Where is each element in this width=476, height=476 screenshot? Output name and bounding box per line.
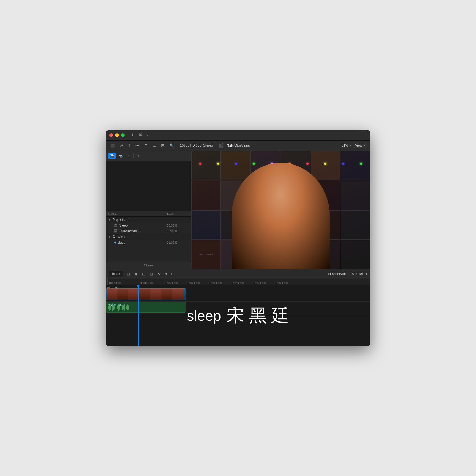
share-icon[interactable]: ↗ xyxy=(119,143,125,148)
index-tab[interactable]: Index xyxy=(109,271,123,277)
timeline-project-info: TalkAfterVideo 07:31:01 xyxy=(327,272,364,276)
timeline-tool-4[interactable]: ⊡ xyxy=(149,271,154,277)
timeline-tool-1[interactable]: ⊟ xyxy=(126,271,131,277)
search-icon[interactable]: 🔍 xyxy=(168,143,175,148)
projects-label: Projects xyxy=(112,218,124,222)
browser-icon[interactable]: 🎬 xyxy=(108,153,116,159)
projects-count: (2) xyxy=(126,218,129,221)
light-9 xyxy=(342,163,344,165)
zoom-control[interactable]: 61% ▾ xyxy=(342,144,351,147)
thumb-1 xyxy=(106,289,117,300)
video-clip[interactable] xyxy=(106,288,186,300)
project-item-sleep[interactable]: 🎬 Sleep 00:00:0 xyxy=(106,223,191,228)
clips-count: (4) xyxy=(121,235,125,238)
multicam-icon[interactable]: ⊞ xyxy=(160,143,166,148)
titles-icon[interactable]: T xyxy=(136,153,141,159)
project-icon-sleep: 🎬 xyxy=(114,224,118,227)
wave-bar xyxy=(126,303,126,311)
title-bar-controls: ⬇ ⌘ ✓ xyxy=(130,132,150,138)
library-preview-area xyxy=(106,161,191,211)
item-count: 6 items xyxy=(144,264,153,267)
clips-header[interactable]: ▼ Clips (4) xyxy=(106,234,191,240)
projects-section: ▼ Projects (2) 🎬 Sleep 00:00:0 🎬 TalkAft… xyxy=(106,217,191,234)
thumb-2 xyxy=(117,289,128,300)
project-item-talkaftervideo[interactable]: 🎬 TalkAfterVideo 00:00:0 xyxy=(106,228,191,234)
person-silhouette xyxy=(232,163,330,269)
nav-next[interactable]: › xyxy=(366,271,367,276)
project-name-sleep: Sleep xyxy=(119,224,167,227)
toolbar-separator-1 xyxy=(178,143,178,148)
ruler-mark-3: 00:08:00:00 xyxy=(186,279,208,285)
nav-prev[interactable]: ‹ xyxy=(170,271,172,276)
timeline-toolbar: Index ⊟ ⊠ ⊞ ⊡ ↖ ▾ ‹ TalkAfterVideo 07:31… xyxy=(106,269,370,279)
title-bar: ⬇ ⌘ ✓ xyxy=(106,130,370,141)
browser-list[interactable]: ▼ Projects (2) 🎬 Sleep 00:00:0 🎬 TalkAft… xyxy=(106,217,191,262)
collage-item xyxy=(341,210,370,240)
light-3 xyxy=(235,163,237,165)
check-icon[interactable]: ✓ xyxy=(145,132,150,138)
video-thumbnails xyxy=(106,289,186,300)
thumb-7 xyxy=(172,289,183,300)
clip-icon[interactable]: ▭ xyxy=(151,143,158,148)
timeline-project-name: TalkAfterVideo xyxy=(327,272,348,276)
ruler-mark-6: 00:16:00:00 xyxy=(252,279,274,285)
ruler-mark-7: 00:18:00:00 xyxy=(274,279,296,285)
audio-icon[interactable]: ♪ xyxy=(126,153,131,159)
bottom-section: Index ⊟ ⊠ ⊞ ⊡ ↖ ▾ ‹ TalkAfterVideo 07:31… xyxy=(106,269,370,346)
select-tool[interactable]: ↖ xyxy=(156,271,162,277)
left-sep xyxy=(133,153,134,158)
audio-clip[interactable]: 宋姐姐片尾 xyxy=(106,302,186,313)
minimize-button[interactable] xyxy=(115,133,119,137)
collage-item xyxy=(341,151,370,180)
ruler-marks: 00:00:00:00 00:04:00:00 00:06:00:00 00:0… xyxy=(107,279,369,285)
light-2 xyxy=(217,163,219,165)
toolbar-right: 61% ▾ View ▾ xyxy=(342,143,367,148)
collage-item xyxy=(311,151,340,180)
video-preview: TITANIC SINKS xyxy=(191,151,370,269)
import-icon[interactable]: ⬇ xyxy=(130,132,136,138)
clips-triangle: ▼ xyxy=(108,235,111,238)
timeline-tool-3[interactable]: ⊞ xyxy=(141,271,147,277)
timeline-icon[interactable]: 🎬 xyxy=(218,143,225,148)
wave-bar xyxy=(122,305,123,310)
project-name-tav: TalkAfterVideo xyxy=(119,229,167,233)
photos-icon[interactable]: 📷 xyxy=(117,153,125,159)
clips-label: Clips xyxy=(112,235,120,239)
maximize-button[interactable] xyxy=(121,133,125,137)
light-8 xyxy=(324,163,326,165)
view-button[interactable]: View ▾ xyxy=(353,143,367,148)
thumb-4 xyxy=(139,289,150,300)
collage-item xyxy=(341,181,370,210)
audio-track: 宋姐姐片尾 xyxy=(106,302,370,315)
thumb-5 xyxy=(150,289,161,300)
zoom-value: 61% xyxy=(342,144,348,147)
clip-name-sleep: sleep xyxy=(118,241,167,244)
main-layout: 🎬 📷 ♪ T Name Start ▼ xyxy=(106,151,370,269)
ruler-mark-1: 00:04:00:00 xyxy=(139,279,164,285)
projects-header[interactable]: ▼ Projects (2) xyxy=(106,217,191,223)
clips-section: ▼ Clips (4) ◀ sleep 01:00:0 xyxy=(106,234,191,245)
clip-item-sleep[interactable]: ◀ sleep 01:00:0 xyxy=(106,240,191,245)
timeline-content[interactable]: sleep 宋 黑 廷 IMG_4618 xyxy=(106,285,370,346)
thumb-6 xyxy=(161,289,172,300)
timeline-tool-2[interactable]: ⊠ xyxy=(133,271,139,277)
library-icon[interactable]: 🎥 xyxy=(109,143,116,148)
adjust-icon[interactable]: ⌃ xyxy=(143,143,149,148)
playhead[interactable] xyxy=(138,285,139,346)
thumb-3 xyxy=(128,289,139,300)
left-toolbar: 🎬 📷 ♪ T xyxy=(106,151,191,161)
wave-bar xyxy=(126,306,127,309)
format-text: 1080p HD 30p, Stereo xyxy=(180,144,213,147)
close-button[interactable] xyxy=(109,133,113,137)
blade-tool[interactable]: ▾ xyxy=(164,271,168,277)
title-icon[interactable]: T xyxy=(127,143,132,148)
clip-icon-sleep: ◀ xyxy=(114,241,116,244)
top-toolbar: 🎥 ↗ T ••• ⌃ ▭ ⊞ 🔍 1080p HD 30p, Stereo 🎬… xyxy=(106,141,370,151)
toolbar-separator-2 xyxy=(215,143,215,148)
timeline-duration: 07:31:01 xyxy=(351,272,364,276)
light-1 xyxy=(199,163,201,165)
more-icon[interactable]: ••• xyxy=(134,143,141,148)
key-icon[interactable]: ⌘ xyxy=(137,132,143,138)
project-icon-tav: 🎬 xyxy=(114,229,118,233)
index-label: Index xyxy=(112,272,120,276)
